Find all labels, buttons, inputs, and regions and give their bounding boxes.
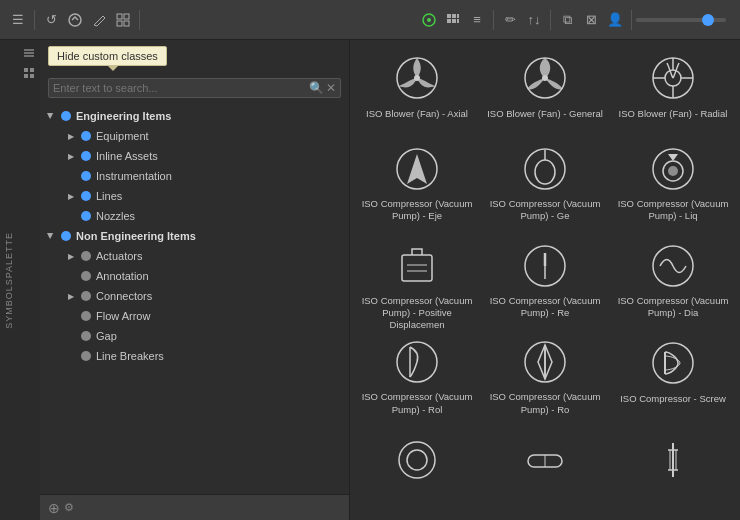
view-icon[interactable]: ⊠ bbox=[580, 9, 602, 31]
symbol-vac-rol[interactable]: ISO Compressor (Vacuum Pump) - Rol bbox=[354, 329, 480, 424]
tree-item-actuators[interactable]: ▶ Actuators bbox=[40, 246, 349, 266]
symbols-grid: ISO Blower (Fan) - Axial ISO Blower (Fan… bbox=[350, 40, 740, 520]
symbol-label-screw: ISO Compressor - Screw bbox=[620, 393, 726, 405]
tree-item-nozzles[interactable]: Nozzles bbox=[40, 206, 349, 226]
layers-icon[interactable]: ⧉ bbox=[556, 9, 578, 31]
search-clear-icon[interactable]: ✕ bbox=[326, 81, 336, 95]
sep5 bbox=[631, 10, 632, 30]
symbol-label-vac-re: ISO Compressor (Vacuum Pump) - Re bbox=[486, 295, 604, 320]
search-icons: 🔍 ✕ bbox=[309, 81, 336, 95]
svg-rect-17 bbox=[30, 68, 34, 72]
refresh-icon[interactable]: ↺ bbox=[40, 9, 62, 31]
top-toolbar: ☰ ↺ ≡ ✏ ↑↓ ⧉ ⊠ 👤 bbox=[0, 0, 740, 40]
tree-item-annotation[interactable]: Annotation bbox=[40, 266, 349, 286]
tree-arrow-connectors: ▶ bbox=[64, 289, 78, 303]
tree-arrow-equipment: ▶ bbox=[64, 129, 78, 143]
symbol-icon-vac-pos bbox=[391, 241, 443, 291]
symbol-icon-pill bbox=[519, 434, 571, 486]
symbol-label-vac-dia: ISO Compressor (Vacuum Pump) - Dia bbox=[614, 295, 732, 320]
lines-icon[interactable]: ≡ bbox=[466, 9, 488, 31]
sep1 bbox=[34, 10, 35, 30]
menu-icon[interactable]: ☰ bbox=[7, 9, 29, 31]
tree-view: ▶ Engineering Items ▶ Equipment ▶ Inline… bbox=[40, 102, 349, 494]
tree-dot-connectors bbox=[81, 291, 91, 301]
symbol-label-fan-radial: ISO Blower (Fan) - Radial bbox=[619, 108, 728, 120]
side-label-text: SYMBOLSPALETTE bbox=[4, 232, 14, 329]
symbol-fan-radial[interactable]: ISO Blower (Fan) - Radial bbox=[610, 44, 736, 134]
tree-item-instrumentation[interactable]: Instrumentation bbox=[40, 166, 349, 186]
tree-item-flow-arrow[interactable]: Flow Arrow bbox=[40, 306, 349, 326]
symbol-vac-liq[interactable]: ISO Compressor (Vacuum Pump) - Liq bbox=[610, 136, 736, 231]
tree-label-inline: Inline Assets bbox=[96, 150, 158, 162]
svg-rect-19 bbox=[30, 74, 34, 78]
tree-item-engineering[interactable]: ▶ Engineering Items bbox=[40, 106, 349, 126]
tree-label-equipment: Equipment bbox=[96, 130, 149, 142]
zoom-slider[interactable] bbox=[636, 18, 726, 22]
symbol-icon-vac-dia bbox=[647, 241, 699, 291]
pencil2-icon[interactable]: ✏ bbox=[499, 9, 521, 31]
user-icon[interactable]: 👤 bbox=[604, 9, 626, 31]
symbol-fan-general[interactable]: ISO Blower (Fan) - General bbox=[482, 44, 608, 134]
symbol-vac-pos[interactable]: ISO Compressor (Vacuum Pump) - Positive … bbox=[354, 233, 480, 328]
tree-item-non-engineering[interactable]: ▶ Non Engineering Items bbox=[40, 226, 349, 246]
tree-item-line-breakers[interactable]: Line Breakers bbox=[40, 346, 349, 366]
tooltip-box: Hide custom classes bbox=[48, 46, 167, 66]
symbol-icon-vac-eje bbox=[391, 144, 443, 194]
symbol-screw[interactable]: ISO Compressor - Screw bbox=[610, 329, 736, 424]
tree-bottom-bar: ⊕ ⚙ bbox=[40, 494, 349, 520]
search-magnifier-icon[interactable]: 🔍 bbox=[309, 81, 324, 95]
tree-item-gap[interactable]: Gap bbox=[40, 326, 349, 346]
config-icon[interactable] bbox=[112, 9, 134, 31]
settings-icon[interactable]: ⚙ bbox=[64, 501, 74, 514]
symbol-icon-fan-general bbox=[519, 52, 571, 104]
symbol-vac-ro[interactable]: ISO Compressor (Vacuum Pump) - Ro bbox=[482, 329, 608, 424]
grid-icon[interactable] bbox=[442, 9, 464, 31]
arrows-icon[interactable]: ↑↓ bbox=[523, 9, 545, 31]
symbol-vac-re[interactable]: ISO Compressor (Vacuum Pump) - Re bbox=[482, 233, 608, 328]
symbol-vac-dia[interactable]: ISO Compressor (Vacuum Pump) - Dia bbox=[610, 233, 736, 328]
tree-dot-engineering bbox=[61, 111, 71, 121]
left-icon-2[interactable] bbox=[20, 64, 38, 82]
add-icon[interactable]: ⊕ bbox=[48, 500, 60, 516]
left-icon-1[interactable] bbox=[20, 44, 38, 62]
tree-label-flow: Flow Arrow bbox=[96, 310, 150, 322]
symbol-icon-vac-ge bbox=[519, 144, 571, 194]
target-icon[interactable] bbox=[418, 9, 440, 31]
svg-rect-9 bbox=[457, 14, 459, 18]
symbol-icon-shaft bbox=[647, 434, 699, 486]
tree-label-lb: Line Breakers bbox=[96, 350, 164, 362]
tree-label-nozzles: Nozzles bbox=[96, 210, 135, 222]
symbol-shaft[interactable] bbox=[610, 426, 736, 516]
slider-thumb[interactable] bbox=[702, 14, 714, 26]
tree-item-equipment[interactable]: ▶ Equipment bbox=[40, 126, 349, 146]
symbol-label-fan-axial: ISO Blower (Fan) - Axial bbox=[366, 108, 468, 120]
tree-dot-non-engineering bbox=[61, 231, 71, 241]
svg-rect-37 bbox=[402, 255, 432, 281]
symbols-panel: ISO Blower (Fan) - Axial ISO Blower (Fan… bbox=[350, 40, 740, 520]
tree-label-gap: Gap bbox=[96, 330, 117, 342]
symbol-label-vac-ge: ISO Compressor (Vacuum Pump) - Ge bbox=[486, 198, 604, 223]
svg-rect-16 bbox=[24, 68, 28, 72]
edit-icon[interactable] bbox=[64, 9, 86, 31]
symbol-vac-eje[interactable]: ISO Compressor (Vacuum Pump) - Eje bbox=[354, 136, 480, 231]
symbol-fan-axial[interactable]: ISO Blower (Fan) - Axial bbox=[354, 44, 480, 134]
symbol-pill[interactable] bbox=[482, 426, 608, 516]
tree-item-inline[interactable]: ▶ Inline Assets bbox=[40, 146, 349, 166]
tool-icon[interactable] bbox=[88, 9, 110, 31]
symbol-ring[interactable] bbox=[354, 426, 480, 516]
svg-rect-3 bbox=[117, 21, 122, 26]
symbol-vac-ge[interactable]: ISO Compressor (Vacuum Pump) - Ge bbox=[482, 136, 608, 231]
tree-label-connectors: Connectors bbox=[96, 290, 152, 302]
main-content: SYMBOLSPALETTE Hide custom classes 🔍 ✕ bbox=[0, 40, 740, 520]
tooltip-arrow bbox=[108, 66, 118, 71]
tree-item-lines[interactable]: ▶ Lines bbox=[40, 186, 349, 206]
slider-fill bbox=[636, 18, 704, 22]
tree-arrow-engineering: ▶ bbox=[44, 109, 58, 123]
svg-point-6 bbox=[427, 18, 431, 22]
tree-item-connectors[interactable]: ▶ Connectors bbox=[40, 286, 349, 306]
search-input[interactable] bbox=[53, 82, 309, 94]
svg-rect-7 bbox=[447, 14, 451, 18]
svg-rect-8 bbox=[452, 14, 456, 18]
symbol-icon-ring bbox=[391, 434, 443, 486]
symbol-label-vac-eje: ISO Compressor (Vacuum Pump) - Eje bbox=[358, 198, 476, 223]
